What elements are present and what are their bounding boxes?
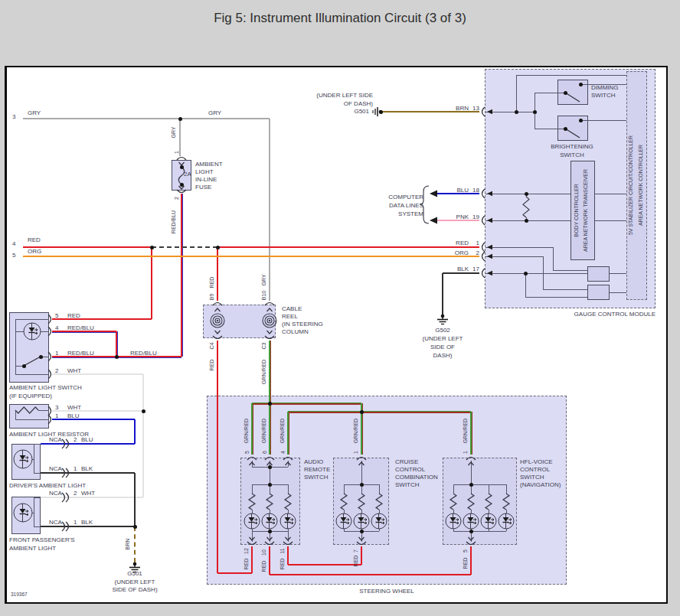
label-g502-loc3: DASH) [433,353,453,359]
connector-arc-icon [482,252,485,261]
label-audio_switch-name1: AUDIO [304,459,323,465]
junction-dot [360,483,364,487]
junction-dot [268,465,272,469]
label-power_rows-row3_gry_right: GRY [208,110,221,116]
led-icon [499,513,514,529]
label-g501_bottom-loc2: SIDE OF DASH) [112,587,157,593]
led-icon [24,323,41,340]
label-power_rows-row5_num: 5 [12,253,15,259]
label-audio_switch-p4: 4 [280,451,286,454]
label-passenger_light-pin2_color: WHT [81,491,95,497]
label-module-bri1: BRIGHTENING [551,144,593,150]
label-cruise_switch-p7: 7 [353,549,358,552]
connector-arc-icon [62,439,65,448]
junction-dot [469,483,473,487]
led-icon [14,504,32,522]
label-driver_light-pin1: 1 [74,466,77,472]
connector-arc-icon [62,493,65,502]
label-ambient_switch-pin5_color: RED [67,313,80,319]
arrow-icon [250,537,255,540]
label-cruise_switch-w1: GRN/RED [353,419,358,443]
label-module-dim2: SWITCH [591,93,616,99]
label-fuse-pin1: 1 [174,151,179,154]
label-module_pins-pin17: 17 [472,266,479,272]
label-ambient_switch-pin1_color: RED/BLU [67,350,94,357]
junction-dot [360,410,364,414]
label-power_rows-row4_red: RED [28,237,41,243]
connector-arc-icon [48,415,51,424]
label-ambient_switch-pin4: 4 [55,325,58,331]
junction-dot [379,110,383,114]
junction-dot [564,91,567,95]
connector-arc-icon [357,458,366,461]
label-hfl_switch-name3: SWITCH [520,474,544,481]
led-icon [463,513,479,529]
arrow-icon [487,254,492,259]
junction-dot [515,110,518,114]
arrow-icon [215,308,221,311]
label-hfl_switch-name2: CONTROL [520,467,550,473]
label-g501_bottom-loc1: (UNDER LEFT [115,579,155,585]
label-ambient_resistor-pin1_color: BLU [67,413,80,419]
connector-arc-icon [283,458,293,461]
arrow-icon [215,331,221,334]
label-module_pins-blk: BLK [457,266,469,272]
connector-arc-icon [66,468,69,477]
connector-arc-icon [48,352,51,361]
label-module-name: GAUGE CONTROL MODULE [574,311,655,318]
led-icon [481,513,496,529]
connector-arc-icon [265,542,274,545]
label-ambient_switch-pin4_color: RED/BLU [67,325,94,331]
arrow-icon [430,191,437,197]
arrow-icon [487,218,492,223]
resistor-icon [266,494,273,510]
junction-dot [180,165,184,169]
label-g502-loc2: SIDE OF [430,344,455,350]
resistor-icon [376,494,382,510]
label-audio_switch-p5: 5 [244,451,250,454]
label-ambient_switch-name2: (IF EQUIPPED) [9,393,52,399]
label-g501_top-wire: BRN [456,106,469,112]
label-module_pins-pin1: 1 [476,240,479,246]
arrow-icon [359,462,365,465]
label-hfl_switch-w5: RED [463,558,468,569]
label-cruise_switch-name4: SWITCH [395,482,420,488]
junction-dot [524,272,528,275]
junction-dot [150,246,154,249]
arrow-icon [286,462,291,465]
label-module-anc: AREA NETWORK CONTROLLER [638,145,643,226]
label-power_rows-row4_num: 4 [12,241,15,247]
junction-dot [216,246,220,249]
label-audio_switch-w10: RED [261,561,266,572]
label-power_rows-row3_num: 3 [12,114,15,120]
label-g501_top-loc2: OF DASH) [344,101,373,107]
resistor-icon [249,494,255,510]
label-passenger_light-nca_a: NCA [49,491,62,497]
label-data_lines-l1: COMPUTER [388,194,423,200]
label-ambient_resistor-pin3_color: WHT [67,405,81,411]
label-module-dim1: DIMMING [591,85,619,91]
arrow-icon [487,245,492,249]
label-data_lines-blu: BLU [456,187,469,194]
label-passenger_light-nca_b: NCA [49,520,62,526]
label-driver_light-name: DRIVER'S AMBIENT LIGHT [9,483,86,489]
label-fuse-wire_top: GRY [171,126,176,138]
label-data_lines-l2: DATA LINES [389,203,423,209]
arrow-icon [469,537,474,540]
label-hfl_switch-name1: HFL-VOICE [520,459,553,465]
arrow-icon [430,217,437,224]
label-passenger_light-name1: FRONT PASSENGER'S [9,537,75,543]
label-cable_reel-name4: COLUMN [282,329,309,335]
label-ambient_switch-pin2_color: WHT [67,368,81,374]
label-cable_reel-b10: B10 [261,291,266,300]
label-module-stab: 5V STABILIZER CIRCUIT/CONTROLLER [628,135,633,235]
led-icon [371,513,387,529]
label-cruise_switch-p1: 1 [353,451,358,454]
resistor-icon [485,494,492,510]
label-power_rows-row5_org: ORG [28,249,41,255]
label-ambient_resistor-pin3: 3 [55,405,58,411]
label-ambient_switch-pin2: 2 [55,368,58,374]
label-hfl_switch-name4: (NAVIGATION) [520,482,561,488]
label-audio_switch-w4: GRN/RED [280,419,285,443]
label-hfl_switch-p1: 1 [463,451,468,454]
